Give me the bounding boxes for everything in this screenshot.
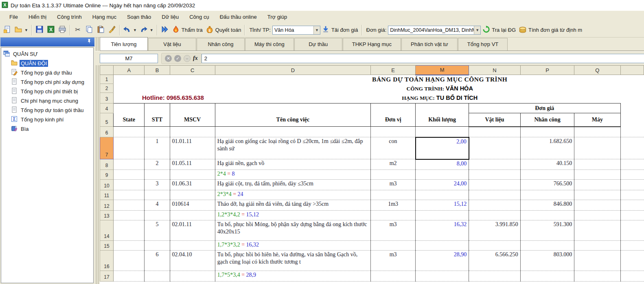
column-header-D[interactable]: D [215,66,371,75]
cell[interactable] [574,170,620,180]
table-header-1[interactable]: STT [145,103,170,127]
cell[interactable] [620,180,644,190]
undo-button[interactable]: ▼ [122,24,138,36]
column-header-E[interactable]: E [371,66,416,75]
desc-cell[interactable]: Hạ giải nền, gạch vồ [215,159,371,170]
row-header[interactable]: 11 [100,190,114,200]
unit-cell[interactable]: m2 [371,159,416,170]
tree-item-quan-su[interactable]: QUÂN SỰ [1,49,93,59]
cell[interactable] [469,241,521,251]
cell[interactable] [371,170,416,180]
row-header[interactable]: 4 [100,103,114,113]
stt-cell[interactable]: 2 [145,159,170,170]
chevron-down-icon[interactable]: ▼ [150,28,153,32]
cell[interactable] [416,170,469,180]
tree-item-chi-phi-hang-muc-chung[interactable]: Chi phí hạng mục chung [1,96,93,106]
row-header[interactable]: 2 [100,84,114,93]
cell[interactable] [469,127,521,137]
tab-2[interactable]: Vật liệu [148,38,196,51]
tinh-don-gia-button[interactable]: Tính đơn giá từ định m [517,24,584,36]
cell[interactable] [145,170,170,180]
desc-cell[interactable]: Tu bổ, phục hồi Móng, bộ phận xây dựng b… [215,220,371,241]
cell[interactable] [620,170,644,180]
nhan-cong-cell[interactable]: 766.500 [520,180,574,190]
cell[interactable] [170,190,215,200]
table-header-5[interactable]: Khối lượng [416,103,469,127]
selected-cell[interactable]: 2,00 [416,137,469,159]
grid-corner[interactable] [100,66,114,75]
new-button[interactable] [2,24,13,36]
cell[interactable] [113,170,144,180]
mscv-cell[interactable]: 02.01.11 [170,220,215,241]
unit-cell[interactable]: con [371,137,416,159]
nhan-cong-cell[interactable]: 1.682.650 [520,137,574,159]
vat-lieu-cell[interactable]: 6.566.250 [469,251,521,271]
state-cell[interactable] [113,137,144,159]
stt-cell[interactable]: 5 [145,220,170,241]
pin-icon[interactable] [86,38,92,46]
tree-item-tong-hop-chi-phi-xay-dung[interactable]: Tổng hợp chi phí xây dựng [1,77,93,87]
cell[interactable] [620,251,644,271]
cell[interactable] [371,241,416,251]
stt-cell[interactable]: 6 [145,251,170,271]
cell[interactable] [520,127,574,137]
formula-input[interactable]: 2 [202,54,644,63]
row-header[interactable]: 12 [100,200,114,211]
cell[interactable] [574,211,620,220]
table-header-0[interactable]: State [113,103,144,127]
vat-lieu-cell[interactable] [469,159,521,170]
column-header-B[interactable]: B [145,66,170,75]
may-cell[interactable] [574,180,620,190]
formula-cell[interactable]: 1,2*3*4,2 = 15,12 [215,211,371,220]
vat-lieu-cell[interactable] [469,137,521,159]
run-button[interactable] [159,24,171,36]
cell[interactable] [416,211,469,220]
cell[interactable] [371,190,416,200]
tree-item-bia[interactable]: Bìa [1,124,93,134]
cancel-entry-icon[interactable]: ✕ [165,55,172,62]
tab-6[interactable]: THKP Hạng mục [343,38,401,51]
unit-cell[interactable]: 1m3 [371,200,416,211]
cell[interactable] [620,127,644,137]
menu-item-8[interactable]: Đấu thầu online [215,11,262,23]
qty-cell[interactable]: 24,00 [416,180,469,190]
cell[interactable] [145,127,170,137]
may-cell[interactable] [574,137,620,159]
cell[interactable] [145,190,170,200]
menu-item-3[interactable]: Công trình [52,11,87,23]
nhan-cong-cell[interactable]: 803.000 [520,251,574,271]
cell[interactable] [620,271,644,282]
desc-cell[interactable]: Hạ giải con giống các loại rồng có D ≤20… [215,137,371,159]
mscv-cell[interactable]: 01.05.11 [170,159,215,170]
save-button[interactable] [34,24,45,36]
cell[interactable] [574,190,620,200]
cell[interactable] [620,190,644,200]
unit-cell[interactable]: m3 [371,251,416,271]
may-cell[interactable] [574,200,620,211]
stt-cell[interactable]: 1 [145,137,170,159]
tab-3[interactable]: Nhân công [197,38,245,51]
menu-item-1[interactable]: File [4,11,23,23]
row-header[interactable]: 1 [100,75,114,84]
unit-cell[interactable]: m3 [371,180,416,190]
qty-cell[interactable]: 28,90 [416,251,469,271]
tab-4[interactable]: Máy thi công [245,38,294,51]
cell[interactable] [170,271,215,282]
desc-cell[interactable]: Tu bổ, phục hồi bó hiên hè, vỉa đường, v… [215,251,371,271]
cell[interactable] [113,241,144,251]
mscv-cell[interactable]: 010614 [170,200,215,211]
cell[interactable] [416,241,469,251]
cell[interactable] [469,271,521,282]
menu-item-9[interactable]: Trợ giúp [262,11,293,23]
cell[interactable] [113,127,144,137]
column-header-M[interactable]: M [416,66,469,75]
clean-button[interactable] [106,24,118,36]
cell[interactable] [574,271,620,282]
excel-export-button[interactable]: X [45,24,57,36]
qty-cell[interactable]: 8,00 [416,159,469,170]
may-cell[interactable] [574,251,620,271]
mscv-cell[interactable]: 02.04.10 [170,251,215,271]
cell[interactable] [113,271,144,282]
row-header[interactable]: 17 [100,271,114,282]
cell[interactable] [469,190,521,200]
